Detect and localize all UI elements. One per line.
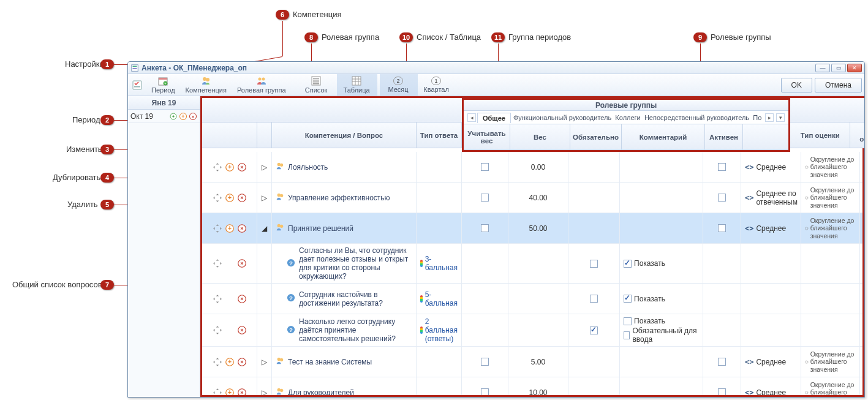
table-row[interactable]: +×?Сотрудник настойчив в достижении резу… [202, 284, 862, 314]
weight-flag-checkbox[interactable] [481, 388, 489, 395]
table-row[interactable]: +×◢Принятие решений50.00<>СреднееОкругле… [202, 213, 862, 244]
remove-icon[interactable]: × [237, 193, 247, 203]
svg-text:×: × [192, 114, 195, 119]
callout-9-label: Ролевые группы [711, 32, 771, 42]
remove-icon[interactable]: × [237, 357, 247, 367]
svg-point-40 [280, 194, 283, 197]
move-icon[interactable] [213, 388, 222, 396]
expand-toggle[interactable]: ▷ [257, 183, 272, 213]
tabs-prev[interactable]: ◂ [467, 113, 476, 122]
close-button[interactable]: ✕ [847, 64, 862, 72]
maximize-button[interactable]: ▭ [831, 64, 846, 72]
add-icon[interactable]: + [225, 388, 235, 396]
callout-2-label: Период [72, 115, 100, 124]
table-row[interactable]: +×▷Тест на знание Системы5.00<>СреднееОк… [202, 347, 862, 377]
angles-icon: <> [745, 163, 753, 172]
expand-toggle[interactable]: ▷ [257, 377, 272, 395]
angles-icon: <> [745, 358, 753, 366]
weight-flag-checkbox[interactable] [481, 224, 489, 232]
tabs-dropdown[interactable]: ▾ [776, 113, 785, 122]
col-score-type: Тип оценки [790, 123, 850, 148]
comment-show-checkbox[interactable] [624, 260, 632, 268]
answer-type-link[interactable]: 5-балльная [425, 290, 458, 308]
add-icon[interactable]: + [225, 224, 235, 233]
period-item[interactable]: Окт 19 + × [128, 110, 200, 123]
callout-8-num: 8 [304, 32, 318, 42]
table-row[interactable]: +×▷Для руководителей10.00<>СреднееОкругл… [202, 377, 862, 395]
remove-icon[interactable]: × [237, 388, 247, 396]
svg-rect-19 [352, 77, 361, 85]
remove-icon[interactable]: × [237, 162, 247, 172]
svg-text:×: × [240, 390, 243, 395]
score-type-value: Среднее [756, 224, 786, 233]
edit-icon[interactable] [169, 112, 178, 121]
table-row[interactable]: +×?Согласны ли Вы, что сотрудник дает по… [202, 244, 862, 284]
answer-type-link[interactable]: 3-балльная [425, 255, 458, 272]
active-checkbox[interactable] [718, 224, 726, 232]
cancel-button[interactable]: Отмена [815, 78, 862, 92]
delete-icon[interactable]: × [189, 112, 197, 121]
view-list-button[interactable]: Список [296, 74, 337, 96]
quarter-badge: 1 [431, 77, 441, 85]
svg-point-69 [277, 358, 281, 361]
col-weight: Вес [510, 124, 570, 149]
expand-toggle[interactable]: ▷ [257, 152, 272, 182]
question-row-icon: ? [287, 258, 295, 269]
settings-button[interactable] [128, 74, 146, 96]
remove-icon[interactable]: × [237, 294, 247, 304]
remove-icon[interactable]: × [237, 258, 247, 268]
period-month-button[interactable]: 2 Месяц [380, 74, 418, 96]
remove-icon[interactable]: × [237, 224, 247, 233]
answer-type-link[interactable]: 2 балльная(ответы) [425, 317, 458, 343]
move-icon[interactable] [213, 193, 222, 203]
comment-show-checkbox[interactable] [624, 295, 632, 303]
move-icon[interactable] [213, 258, 222, 268]
move-icon[interactable] [213, 325, 222, 335]
required-checkbox[interactable] [590, 295, 598, 303]
competence-button[interactable]: Компетенция [181, 74, 232, 96]
row-name: Принятие решений [288, 224, 353, 233]
active-checkbox[interactable] [718, 194, 726, 202]
callout-1-label: Настройки [65, 59, 104, 69]
move-icon[interactable] [213, 357, 222, 367]
active-checkbox[interactable] [718, 358, 726, 366]
move-icon[interactable] [213, 224, 222, 233]
period-quarter-button[interactable]: 1 Квартал [418, 74, 456, 96]
role-tabs: ◂ Общее Функциональный руководитель Колл… [464, 111, 788, 124]
expand-toggle[interactable]: ◢ [257, 213, 272, 243]
duplicate-icon[interactable]: + [179, 112, 187, 121]
required-checkbox[interactable] [590, 260, 598, 268]
table-row[interactable]: +×▷Управление эффективностью40.00<>Средн… [202, 183, 862, 213]
competence-label: Компетенция [186, 86, 227, 94]
move-icon[interactable] [213, 294, 222, 304]
table-row[interactable]: +×▷Лояльность0.00<>СреднееОкругление до … [202, 152, 862, 183]
tabs-next[interactable]: ▸ [765, 113, 774, 122]
comment-required-checkbox[interactable] [624, 331, 630, 339]
col-answer-type: Тип ответа [417, 123, 462, 148]
required-checkbox[interactable] [590, 326, 598, 334]
rolegroup-button[interactable]: Ролевая группа [232, 74, 292, 96]
table-row[interactable]: +×?Насколько легко сотруднику даётся при… [202, 314, 862, 347]
view-table-button[interactable]: Таблица [337, 74, 377, 96]
rounding-value: Округление до ближайшего значения [810, 381, 856, 395]
app-icon [130, 64, 139, 72]
remove-icon[interactable]: × [237, 325, 247, 335]
period-button[interactable]: + Период [146, 74, 181, 96]
weight-flag-checkbox[interactable] [481, 358, 489, 366]
question-row-icon: ? [287, 293, 295, 304]
ok-button[interactable]: OK [781, 78, 812, 92]
add-icon[interactable]: + [225, 162, 235, 172]
role-tab-rest[interactable]: Функциональный руководитель Коллеги Непо… [511, 113, 764, 123]
active-checkbox[interactable] [718, 388, 726, 395]
svg-text:×: × [240, 164, 243, 170]
weight-flag-checkbox[interactable] [481, 163, 489, 171]
move-icon[interactable] [213, 162, 222, 172]
active-checkbox[interactable] [718, 163, 726, 171]
expand-toggle[interactable]: ▷ [257, 347, 272, 377]
add-icon[interactable]: + [225, 357, 235, 367]
weight-flag-checkbox[interactable] [481, 194, 489, 202]
add-icon[interactable]: + [225, 193, 235, 203]
comment-show-checkbox[interactable] [624, 317, 632, 325]
role-tab-general[interactable]: Общее [477, 113, 511, 123]
minimize-button[interactable]: — [815, 64, 830, 72]
